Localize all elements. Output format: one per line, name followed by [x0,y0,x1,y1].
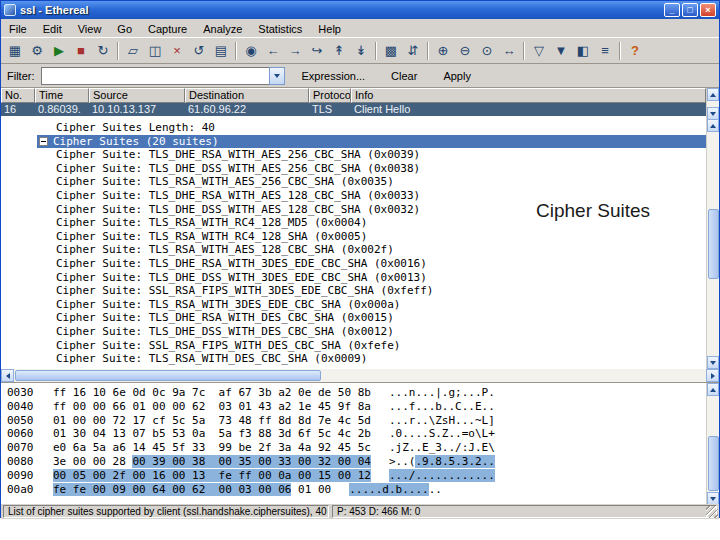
save-file-icon[interactable]: ◫ [144,40,166,62]
hex-row[interactable]: 0040ff 00 00 66 01 00 00 62 03 01 43 a2 … [7,400,706,414]
packet-row-selected[interactable]: 16 0.86039. 10.10.13.137 61.60.96.22 TLS… [1,103,719,116]
toolbar-separator [427,42,429,60]
coloring-rules-icon[interactable]: ◧ [572,40,594,62]
minimize-button[interactable]: _ [664,3,680,17]
zoom-in-icon[interactable]: ⊕ [432,40,454,62]
scroll-left-icon[interactable] [1,369,14,382]
detail-line[interactable]: Cipher Suite: TLS_RSA_WITH_DES_CBC_SHA (… [1,352,706,366]
detail-line[interactable]: Cipher Suite: TLS_DHE_DSS_WITH_AES_256_C… [1,162,706,176]
detail-line[interactable]: Cipher Suite: SSL_RSA_FIPS_WITH_DES_CBC_… [1,339,706,353]
window-title: ssl - Ethereal [20,4,662,16]
horizontal-scrollbar[interactable] [1,369,719,382]
detail-group-label: Cipher Suites (20 suites) [53,135,219,149]
zoom-out-icon[interactable]: ⊖ [454,40,476,62]
scroll-right-icon[interactable] [706,369,719,382]
close-file-icon[interactable]: × [166,40,188,62]
open-file-icon[interactable]: ▱ [122,40,144,62]
menu-analyze[interactable]: Analyze [195,21,250,37]
column-time[interactable]: Time [35,88,89,103]
zoom-100-icon[interactable]: ⊙ [476,40,498,62]
column-source[interactable]: Source [89,88,185,103]
resize-grip[interactable] [706,506,718,518]
display-filter-icon[interactable]: ▼ [550,40,572,62]
capture-start-icon[interactable]: ▶ [48,40,70,62]
menu-go[interactable]: Go [109,21,140,37]
hex-row[interactable]: 006001 30 04 13 07 b5 53 0a 5a f3 88 3d … [7,427,706,441]
filter-input[interactable] [41,67,269,85]
detail-line[interactable]: Cipher Suite: SSL_RSA_FIPS_WITH_3DES_EDE… [1,284,706,298]
detail-line[interactable]: Cipher Suite: TLS_RSA_WITH_RC4_128_SHA (… [1,230,706,244]
apply-button[interactable]: Apply [434,67,480,85]
packet-bytes-pane: 0030ff 16 10 6e 0d 0c 9a 7c af 67 3b a2 … [1,382,719,504]
column-no[interactable]: No. [1,88,35,103]
capture-options-icon[interactable]: ⚙ [26,40,48,62]
detail-line[interactable]: Cipher Suite: TLS_DHE_RSA_WITH_DES_CBC_S… [1,311,706,325]
hex-row[interactable]: 00803e 00 00 28 00 39 00 38 00 35 00 33 … [7,455,706,469]
filter-toolbar: Filter: Expression... Clear Apply [1,65,719,87]
bytes-scrollbar[interactable] [706,383,719,504]
help-icon[interactable]: ? [624,40,646,62]
print-icon[interactable]: ▤ [210,40,232,62]
collapse-icon[interactable] [39,137,48,146]
detail-line[interactable]: Cipher Suite: TLS_DHE_RSA_WITH_AES_256_C… [1,148,706,162]
status-field-info: List of cipher suites supported by clien… [3,505,329,518]
goto-last-icon[interactable]: ↡ [350,40,372,62]
goto-packet-icon[interactable]: ↪ [306,40,328,62]
auto-scroll-icon[interactable]: ⇵ [402,40,424,62]
detail-line[interactable]: Cipher Suite: TLS_DHE_DSS_WITH_3DES_EDE_… [1,271,706,285]
clear-button[interactable]: Clear [382,67,426,85]
detail-line-selected[interactable]: Cipher Suites (20 suites) [37,135,706,149]
hex-row[interactable]: 0070e0 6a 5a a6 14 45 5f 33 99 be 2f 3a … [7,441,706,455]
detail-line[interactable]: Cipher Suite: TLS_DHE_RSA_WITH_3DES_EDE_… [1,257,706,271]
horizontal-scroll-thumb[interactable] [15,370,321,381]
close-button[interactable]: × [700,3,716,17]
hex-row[interactable]: 00a0fe fe 00 09 00 64 00 62 00 03 00 06 … [7,483,706,497]
detail-line[interactable]: Cipher Suite: TLS_RSA_WITH_AES_256_CBC_S… [1,175,706,189]
list-interfaces-icon[interactable]: ▦ [4,40,26,62]
titlebar[interactable]: ssl - Ethereal _ □ × [1,1,719,19]
hex-row[interactable]: 009000 05 00 2f 00 16 00 13 fe ff 00 0a … [7,469,706,483]
filter-label-button[interactable]: Filter: [5,68,41,84]
expression-button[interactable]: Expression... [293,67,375,85]
filter-dropdown-button[interactable] [269,67,285,85]
column-info[interactable]: Info [351,88,706,103]
colorize-icon[interactable]: ▩ [380,40,402,62]
status-bar: List of cipher suites supported by clien… [1,504,719,519]
reload-icon[interactable]: ↺ [188,40,210,62]
packet-list-scrollbar[interactable] [706,88,719,120]
column-destination[interactable]: Destination [185,88,309,103]
capture-filter-icon[interactable]: ▽ [528,40,550,62]
menu-capture[interactable]: Capture [140,21,195,37]
packet-info: Client Hello [351,103,706,116]
detail-line[interactable]: Cipher Suite: TLS_RSA_WITH_AES_128_CBC_S… [1,243,706,257]
menu-statistics[interactable]: Statistics [250,21,310,37]
menu-file[interactable]: File [1,21,35,37]
go-back-icon[interactable]: ← [262,40,284,62]
detail-line[interactable]: Cipher Suite: TLS_RSA_WITH_3DES_EDE_CBC_… [1,298,706,312]
capture-stop-icon[interactable]: ■ [70,40,92,62]
packet-details-pane: Cipher Suites Length: 40 Cipher Suites (… [1,119,719,369]
hex-row[interactable]: 005001 00 00 72 17 cf 5c 5a 73 48 ff 8d … [7,414,706,428]
detail-line[interactable]: Cipher Suite: TLS_DHE_DSS_WITH_DES_CBC_S… [1,325,706,339]
hex-row[interactable]: 0030ff 16 10 6e 0d 0c 9a 7c af 67 3b a2 … [7,386,706,400]
goto-first-icon[interactable]: ↟ [328,40,350,62]
find-packet-icon[interactable]: ◉ [240,40,262,62]
maximize-button[interactable]: □ [682,3,698,17]
packet-list-pane: No. Time Source Destination Protocol Inf… [1,87,719,119]
detail-line[interactable]: Cipher Suites Length: 40 [1,121,706,135]
chevron-down-icon [274,74,280,78]
go-forward-icon[interactable]: → [284,40,306,62]
menu-view[interactable]: View [70,21,110,37]
menu-help[interactable]: Help [310,21,349,37]
capture-restart-icon[interactable]: ↻ [92,40,114,62]
column-protocol[interactable]: Protocol [309,88,351,103]
packet-list-header: No. Time Source Destination Protocol Inf… [1,88,719,103]
annotation-label: Cipher Suites [536,200,650,222]
preferences-icon[interactable]: ≡ [594,40,616,62]
status-packet-counts: P: 453 D: 466 M: 0 [332,505,717,518]
details-scrollbar[interactable] [706,119,719,369]
ethereal-window: ssl - Ethereal _ □ × File Edit View Go C… [0,0,720,518]
resize-columns-icon[interactable]: ↔ [498,40,520,62]
menubar: File Edit View Go Capture Analyze Statis… [1,20,719,37]
menu-edit[interactable]: Edit [35,21,70,37]
